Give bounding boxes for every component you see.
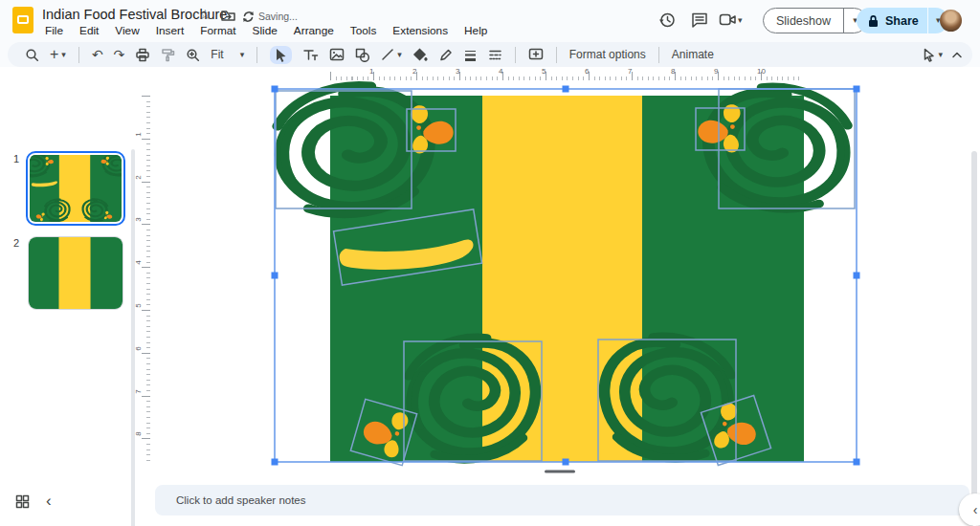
- menu-file[interactable]: File: [40, 22, 68, 39]
- header: Indian Food Festival Brochure ☆ Saving..…: [0, 0, 980, 67]
- collapse-filmstrip-icon[interactable]: ‹: [46, 492, 52, 511]
- slide-1-number: 1: [13, 153, 19, 164]
- v-ruler-number: 1: [134, 132, 143, 136]
- canvas-h-scrollbar[interactable]: [545, 471, 575, 473]
- menu-format[interactable]: Format: [195, 22, 240, 39]
- text-box-icon[interactable]: [302, 48, 319, 62]
- slide-2-thumbnail[interactable]: [28, 236, 123, 310]
- share-button[interactable]: Share ▾: [857, 8, 948, 33]
- selection-handle: [563, 459, 569, 466]
- selection-handle: [272, 86, 278, 93]
- editing-mode-button[interactable]: ▾: [923, 48, 943, 62]
- search-menus-icon[interactable]: [25, 48, 39, 62]
- selection-handle: [272, 459, 278, 466]
- zoom-select[interactable]: Fit ▾: [211, 48, 244, 61]
- menu-insert[interactable]: Insert: [151, 22, 189, 39]
- print-icon[interactable]: [135, 48, 150, 62]
- toolbar: +▾ ↶ ↷ Fit ▾ ▾: [8, 42, 972, 67]
- redo-icon[interactable]: ↷: [114, 48, 125, 61]
- v-ruler-number: 7: [134, 389, 143, 393]
- new-slide-button[interactable]: +▾: [50, 47, 66, 62]
- menu-bar: FileEditViewInsertFormatSlideArrangeTool…: [40, 22, 492, 39]
- v-ruler-number: 2: [134, 175, 143, 179]
- menu-extensions[interactable]: Extensions: [388, 22, 453, 39]
- add-comment-icon[interactable]: [528, 48, 544, 62]
- slide-1-thumbnail[interactable]: [26, 151, 125, 226]
- zoom-value: Fit: [211, 48, 223, 61]
- grid-view-icon[interactable]: [15, 494, 30, 509]
- v-ruler-number: 6: [134, 346, 143, 350]
- version-history-icon[interactable]: [658, 11, 676, 29]
- v-ruler-number: 5: [134, 303, 143, 307]
- share-label: Share: [880, 14, 927, 28]
- selection-handle: [563, 86, 569, 93]
- collapse-toolbar-icon[interactable]: [951, 51, 963, 58]
- slides-logo[interactable]: [12, 7, 33, 33]
- meet-camera-icon[interactable]: [719, 11, 737, 28]
- workspace: 1 2 12345678910 12345678: [0, 67, 980, 485]
- collapse-notes-button[interactable]: ‹: [959, 493, 980, 526]
- selection-handle: [854, 273, 860, 279]
- selection-handle: [854, 86, 860, 93]
- v-ruler-number: 8: [134, 432, 143, 436]
- selection-handle: [854, 459, 860, 466]
- saving-status: Saving...: [258, 11, 298, 22]
- v-ruler-number: 3: [134, 218, 143, 222]
- menu-arrange[interactable]: Arrange: [289, 22, 339, 39]
- border-dash-icon[interactable]: [488, 49, 502, 61]
- menu-view[interactable]: View: [110, 22, 144, 39]
- menu-slide[interactable]: Slide: [248, 22, 282, 39]
- format-options-button[interactable]: Format options: [569, 48, 646, 61]
- fill-color-icon[interactable]: [412, 48, 428, 62]
- filmstrip-scrollbar[interactable]: [131, 149, 135, 526]
- comments-icon[interactable]: [691, 11, 708, 29]
- vertical-ruler: 12345678: [137, 96, 150, 462]
- selection-handle: [272, 273, 278, 279]
- camera-caret-icon[interactable]: ▾: [738, 16, 743, 25]
- canvas-v-scrollbar[interactable]: [971, 151, 977, 526]
- menu-tools[interactable]: Tools: [345, 22, 382, 39]
- paint-format-icon[interactable]: [161, 48, 175, 62]
- select-tool-button[interactable]: [270, 46, 292, 64]
- line-caret-icon: ▾: [397, 51, 402, 59]
- insert-image-icon[interactable]: [329, 48, 345, 61]
- slideshow-button[interactable]: Slideshow ▾: [763, 8, 867, 33]
- menu-edit[interactable]: Edit: [75, 22, 103, 39]
- new-slide-caret-icon: ▾: [61, 51, 66, 59]
- insert-line-icon[interactable]: ▾: [381, 48, 402, 61]
- border-color-icon[interactable]: [438, 48, 453, 62]
- editing-mode-caret-icon: ▾: [938, 51, 943, 59]
- border-weight-icon[interactable]: [463, 49, 478, 61]
- v-ruler-number: 4: [134, 260, 143, 264]
- slideshow-label: Slideshow: [764, 14, 843, 28]
- speaker-notes-placeholder: Click to add speaker notes: [176, 494, 306, 506]
- undo-icon[interactable]: ↶: [92, 48, 103, 61]
- slide-canvas[interactable]: [153, 67, 969, 478]
- star-icon[interactable]: ☆: [199, 7, 212, 22]
- zoom-in-icon[interactable]: [186, 48, 200, 62]
- zoom-caret-icon: ▾: [240, 51, 245, 59]
- lock-icon: [867, 14, 880, 28]
- avatar[interactable]: [940, 10, 962, 32]
- slide-2-number: 2: [13, 237, 19, 249]
- menu-help[interactable]: Help: [459, 22, 492, 39]
- animate-button[interactable]: Animate: [672, 48, 714, 61]
- speaker-notes[interactable]: Click to add speaker notes: [155, 485, 969, 515]
- insert-shape-icon[interactable]: [355, 48, 370, 62]
- move-folder-icon[interactable]: [221, 10, 235, 22]
